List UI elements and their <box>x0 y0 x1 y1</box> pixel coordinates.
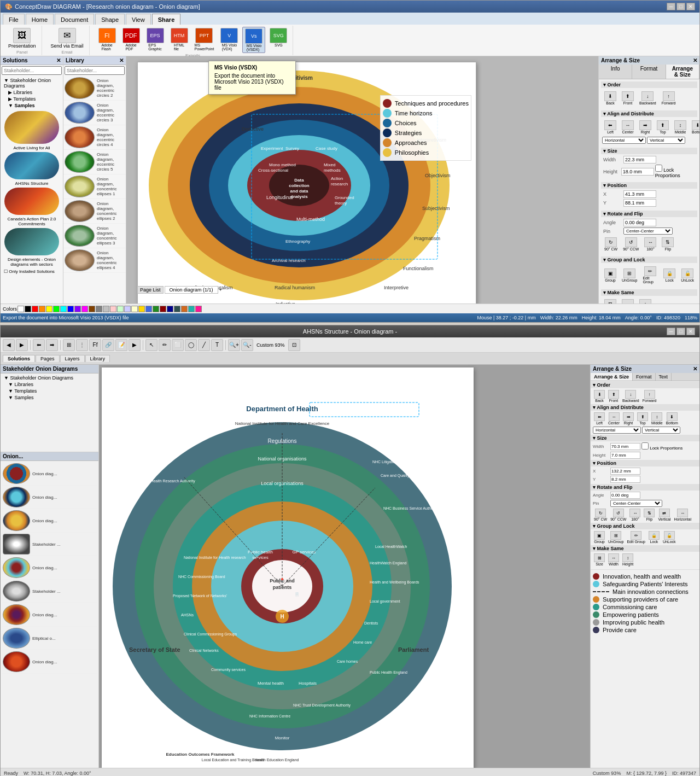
bt-hyperlink[interactable]: 🔗 <box>102 339 114 351</box>
minimize-button[interactable]: ─ <box>667 3 675 10</box>
group-button[interactable]: ▣ Group <box>602 267 619 284</box>
br-pin-select[interactable]: Center-Center <box>610 500 662 507</box>
sample-label-1[interactable]: Active Living for All <box>3 145 61 151</box>
visio-vdx-button[interactable]: V MS Visio(VDX) <box>218 27 240 53</box>
btree-libraries[interactable]: ▼ Libraries <box>3 381 96 388</box>
br-height-input[interactable] <box>610 452 640 459</box>
bottom-close[interactable]: ✕ <box>686 328 695 335</box>
align-left-button[interactable]: ⬅ Left <box>602 119 619 136</box>
br-align-header[interactable]: ▾ Align and Distribute <box>591 404 699 411</box>
bt-rect[interactable]: ⬜ <box>172 339 184 351</box>
br-forward-btn[interactable]: ↑ Forward <box>641 389 658 403</box>
swatch-darkblue[interactable] <box>167 306 173 312</box>
swatch-purple[interactable] <box>74 306 81 312</box>
br-90cw[interactable]: ↻90° CW <box>593 508 608 522</box>
send-email-button[interactable]: ✉ Send via Email <box>49 27 86 50</box>
sample-label-3[interactable]: Canada's Action Plan 2.0 Commitments <box>3 216 61 227</box>
br-width-input[interactable] <box>610 443 640 450</box>
stakeholder-onion-item[interactable]: ▼ Stakeholder Onion Diagrams <box>3 77 61 89</box>
swatch-teal[interactable] <box>188 306 195 312</box>
vertical-select[interactable]: Vertical <box>647 137 685 144</box>
lock-proportions-checkbox[interactable] <box>655 165 662 172</box>
same-size-button[interactable]: ⊠ Size <box>602 297 619 304</box>
powerpoint-button[interactable]: PPT MSPowerPoint <box>192 27 217 53</box>
bt-notes[interactable]: 📝 <box>115 339 127 351</box>
br-group-btn[interactable]: ▣Group <box>593 530 606 544</box>
arrange-tab-info[interactable]: Info <box>599 65 632 79</box>
lib-item-4[interactable]: Onion diagram, eccentric circles 5 <box>63 150 126 174</box>
swatch-magenta[interactable] <box>81 306 88 312</box>
br-vertical-select[interactable]: Vertical <box>642 427 680 434</box>
br-flip-h2[interactable]: ↔Horizontal <box>673 508 692 522</box>
bt-line[interactable]: ╱ <box>198 339 210 351</box>
solutions-close[interactable]: ✕ <box>56 57 61 63</box>
bt-undo[interactable]: ⬅ <box>33 339 45 351</box>
swatch-lightblue[interactable] <box>124 306 131 312</box>
library-close[interactable]: ✕ <box>119 57 124 63</box>
br-tab-arrange[interactable]: Arrange & Size <box>591 373 633 381</box>
samples-item[interactable]: ▼ Samples <box>3 102 61 109</box>
blib-item-8[interactable]: Elliptical o... <box>2 627 97 650</box>
btree-samples[interactable]: ▼ Samples <box>3 394 96 401</box>
lock-button[interactable]: 🔒 Lock <box>661 267 678 284</box>
position-header[interactable]: ▾ Position <box>601 182 697 189</box>
br-same-width[interactable]: ↔Width <box>607 553 620 567</box>
btab-solutions[interactable]: Solutions <box>3 355 35 362</box>
swatch-royalblue[interactable] <box>145 306 152 312</box>
bt-select[interactable]: ↖ <box>145 339 158 351</box>
br-top-btn[interactable]: ⬆Top <box>636 412 649 425</box>
swatch-cyan[interactable] <box>60 306 67 312</box>
sample-label-2[interactable]: AHSNs Structure <box>3 180 61 186</box>
br-front-btn[interactable]: ⬆ Front <box>607 389 620 403</box>
br-makesame-header[interactable]: ▾ Make Same <box>591 545 699 552</box>
swatch-black[interactable] <box>25 306 31 312</box>
bt-format[interactable]: Ff <box>89 339 101 351</box>
x-input[interactable] <box>623 190 656 198</box>
align-bottom-button[interactable]: ⬇ Bottom <box>690 119 699 136</box>
br-lock-checkbox[interactable] <box>641 442 649 450</box>
align-right-button[interactable]: ➡ Right <box>637 119 654 136</box>
br-90ccw[interactable]: ↺90° CCW <box>609 508 627 522</box>
bottom-canvas-area[interactable]: Public and patients Department of Health… <box>99 365 590 768</box>
bt-back[interactable]: ◀ <box>3 339 15 351</box>
br-backward-btn[interactable]: ↓ Backward <box>621 389 640 403</box>
swatch-gold[interactable] <box>138 306 145 312</box>
btab-pages[interactable]: Pages <box>36 355 60 362</box>
page-list-btn[interactable]: Page List <box>137 286 164 294</box>
swatch-chocolate[interactable] <box>181 306 188 312</box>
blib-item-3[interactable]: Onion diag... <box>2 509 97 533</box>
btree-stakeholder[interactable]: ▼ Stakeholder Onion Diagrams <box>3 375 96 381</box>
swatch-pink[interactable] <box>110 306 116 312</box>
br-left-btn[interactable]: ⬅Left <box>593 412 606 425</box>
rotate-90ccw-button[interactable]: ↺ 90° CCW <box>621 236 641 253</box>
lib-item-3[interactable]: Onion diagram, eccentric circles 4 <box>63 125 126 150</box>
adobe-flash-button[interactable]: Fl AdobeFlash <box>96 27 118 53</box>
libraries-item[interactable]: ▶ Libraries <box>3 89 61 96</box>
maximize-button[interactable]: □ <box>676 3 685 10</box>
forward-button[interactable]: ↑ Forward <box>660 90 678 107</box>
btab-library[interactable]: Library <box>85 355 110 362</box>
blib-item-2[interactable]: Onion diag... <box>2 486 97 509</box>
lib-item-6[interactable]: Onion diagram, concentric ellipses 2 <box>63 199 126 224</box>
same-width-button[interactable]: ↔ Width <box>620 297 636 304</box>
tab-shape[interactable]: Shape <box>95 14 125 25</box>
br-180[interactable]: ↔180° <box>628 508 641 522</box>
bt-redo[interactable]: ➡ <box>46 339 58 351</box>
br-same-size[interactable]: ⊠Size <box>593 553 606 567</box>
br-position-header[interactable]: ▾ Position <box>591 460 699 466</box>
swatch-blue[interactable] <box>67 306 74 312</box>
swatch-darkslate[interactable] <box>174 306 180 312</box>
blib-item-9[interactable]: Onion diag... <box>2 650 97 674</box>
same-height-button[interactable]: ↕ Height <box>637 297 654 304</box>
rotate-180-button[interactable]: ↔ 180° <box>642 236 658 253</box>
swatch-darkred[interactable] <box>160 306 166 312</box>
top-canvas-area[interactable]: MS Visio (VSDX) Export the document into… <box>126 56 598 304</box>
edit-group-button[interactable]: ✏ Edit Group <box>640 265 660 285</box>
swatch-brown[interactable] <box>89 306 95 312</box>
align-center-button[interactable]: ↔ Center <box>620 119 636 136</box>
blib-item-5[interactable]: Onion diag... <box>2 556 97 580</box>
order-header[interactable]: ▾ Order <box>601 81 697 88</box>
tab-document[interactable]: Document <box>55 14 94 25</box>
close-button[interactable]: ✕ <box>686 3 695 10</box>
bt-zoomout[interactable]: 🔍- <box>241 339 253 351</box>
